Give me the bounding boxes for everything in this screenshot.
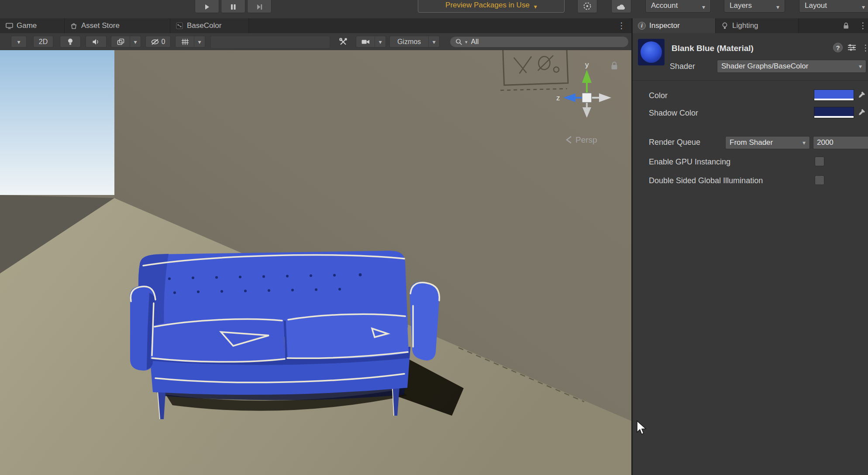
chevron-down-icon: ▾: [198, 39, 201, 45]
effects-button[interactable]: [111, 36, 130, 48]
double-sided-label: Double Sided Global Illumination: [649, 176, 763, 185]
tool-settings-dropdown[interactable]: ▾: [11, 36, 27, 48]
scene-pane-tabbar: Game Asset Store BaseColor ⋮: [0, 18, 631, 34]
cloud-button[interactable]: [611, 0, 631, 13]
chevron-down-icon: ▾: [862, 4, 865, 10]
play-button[interactable]: [195, 0, 219, 13]
axis-y-label: y: [585, 61, 589, 69]
color-label: Color: [649, 91, 668, 100]
unity-editor-window: Preview Packages in Use ▾ Account ▾ Laye…: [0, 0, 868, 475]
eyedropper-icon: [858, 108, 866, 116]
color-swatch[interactable]: [814, 89, 854, 101]
gizmo-center-cube[interactable]: [582, 93, 592, 103]
account-dropdown[interactable]: Account ▾: [645, 0, 711, 13]
material-preview-thumbnail[interactable]: [638, 39, 665, 65]
custom-tools-area: [210, 36, 330, 48]
render-queue-dropdown[interactable]: From Shader ▾: [725, 136, 810, 149]
render-queue-label: Render Queue: [649, 138, 700, 147]
tab-inspector[interactable]: i Inspector: [633, 18, 716, 33]
preview-packages-dropdown[interactable]: Preview Packages in Use ▾: [418, 0, 565, 13]
material-more-menu[interactable]: ⋮: [861, 44, 868, 52]
component-tools-button[interactable]: [334, 36, 353, 48]
step-button[interactable]: [247, 0, 272, 13]
chevron-down-icon: ▾: [534, 3, 537, 10]
tab-game[interactable]: Game: [0, 18, 65, 33]
collab-button[interactable]: [577, 0, 597, 13]
tabbar-more-menu[interactable]: ⋮: [617, 21, 626, 30]
cloud-icon: [617, 3, 626, 10]
gpu-instancing-checkbox[interactable]: [815, 157, 824, 166]
effects-dropdown[interactable]: ▾: [130, 36, 141, 48]
render-queue-input[interactable]: [813, 137, 868, 149]
eyedropper-icon: [858, 90, 866, 99]
tab-inspector-label: Inspector: [649, 21, 680, 30]
scene-lighting-button[interactable]: [60, 36, 81, 48]
scene-view-toolbar: ▾ 2D ▾ 0: [0, 33, 631, 51]
hidden-objects-button[interactable]: 0: [145, 36, 171, 48]
gizmos-button[interactable]: Gizmos: [389, 36, 429, 48]
scene-search-field[interactable]: ▾: [450, 36, 629, 48]
mouse-cursor: [637, 420, 648, 438]
shadow-color-eyedropper-button[interactable]: [858, 108, 866, 119]
gizmos-label: Gizmos: [397, 38, 421, 46]
lock-icon[interactable]: [842, 22, 850, 32]
sky: [0, 50, 114, 195]
material-title: Blank Blue (Material): [672, 44, 754, 53]
lightbulb-icon: [721, 22, 729, 30]
info-icon: i: [638, 22, 646, 30]
grid-dropdown[interactable]: ▾: [194, 36, 205, 48]
inspector-panel: Blank Blue (Material) ? ⋮ Shader Shader …: [633, 33, 868, 475]
render-queue-mode: From Shader: [730, 138, 773, 147]
pause-icon: [230, 3, 237, 10]
eye-off-icon: [151, 38, 159, 45]
render-queue-field[interactable]: [813, 136, 868, 149]
help-icon: ?: [833, 43, 843, 52]
scene-light-icon: [67, 38, 73, 45]
chevron-down-icon: ▾: [803, 140, 806, 146]
header-divider: [633, 80, 868, 81]
tab-basecolor-label: BaseColor: [187, 21, 221, 30]
gizmos-dropdown[interactable]: ▾: [428, 36, 440, 48]
help-button[interactable]: ?: [833, 43, 843, 52]
shader-label: Shader: [670, 62, 695, 71]
search-input[interactable]: [470, 38, 603, 46]
double-sided-checkbox[interactable]: [815, 175, 824, 185]
scene-viewport[interactable]: y z Persp: [0, 50, 631, 475]
audio-icon: [92, 38, 100, 45]
shader-dropdown[interactable]: Shader Graphs/BaseColor ▾: [717, 60, 866, 73]
chevron-down-icon: ▾: [432, 39, 435, 45]
shader-graph-icon: [176, 22, 183, 30]
scene-camera-button[interactable]: [356, 36, 375, 48]
shadow-color-label: Shadow Color: [649, 109, 698, 118]
color-eyedropper-button[interactable]: [858, 90, 866, 101]
toggle-2d-button[interactable]: 2D: [33, 36, 53, 48]
tab-asset-store[interactable]: Asset Store: [65, 18, 170, 33]
color-alpha-bar: [814, 99, 854, 100]
presets-icon: [847, 44, 856, 51]
presets-button[interactable]: [847, 44, 856, 51]
camera-dropdown[interactable]: ▾: [375, 36, 386, 48]
step-icon: [256, 3, 263, 10]
layout-dropdown[interactable]: Layout ▾: [799, 0, 868, 13]
tab-lighting[interactable]: Lighting: [716, 18, 799, 33]
chevron-down-icon: ▾: [379, 39, 382, 45]
collab-progress-icon: [583, 2, 592, 10]
layers-dropdown[interactable]: Layers ▾: [724, 0, 785, 13]
grid-button[interactable]: [175, 36, 194, 48]
chevron-down-icon: ▾: [776, 4, 779, 10]
game-view-icon: [5, 22, 13, 30]
shader-value: Shader Graphs/BaseColor: [721, 62, 808, 71]
inspector-more-menu[interactable]: ⋮: [859, 21, 867, 30]
pause-button[interactable]: [221, 0, 245, 13]
asset-store-icon: [70, 22, 78, 30]
projection-label: Persp: [575, 135, 597, 144]
layout-label: Layout: [805, 1, 827, 10]
account-label: Account: [651, 1, 678, 10]
tab-lighting-label: Lighting: [732, 21, 758, 30]
tab-basecolor[interactable]: BaseColor: [170, 18, 249, 33]
chevron-down-icon: ▾: [859, 63, 862, 69]
play-icon: [203, 3, 210, 10]
effects-icon: [117, 38, 124, 45]
scene-audio-button[interactable]: [86, 36, 107, 48]
shadow-color-swatch[interactable]: [814, 107, 854, 118]
